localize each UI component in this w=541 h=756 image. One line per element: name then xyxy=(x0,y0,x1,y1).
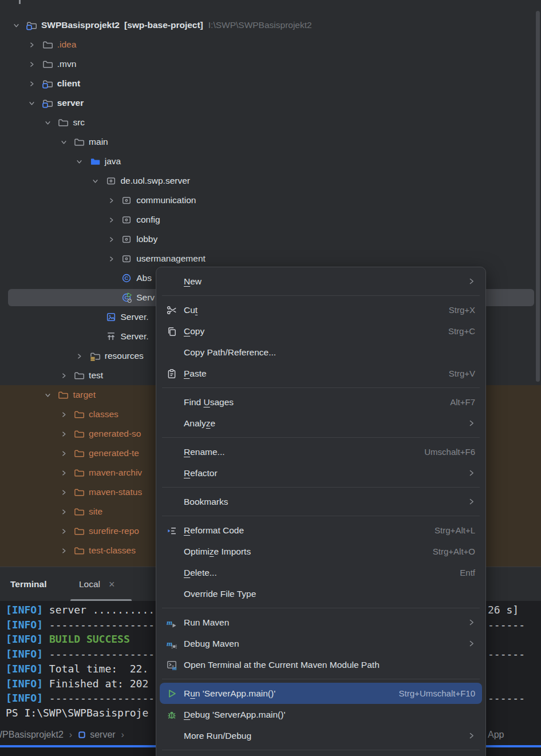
chevron-down-icon[interactable] xyxy=(11,22,21,29)
chevron-right-icon[interactable] xyxy=(106,197,116,204)
chevron-right-icon[interactable] xyxy=(106,256,116,262)
menu-item-label: Find Usages xyxy=(184,397,234,407)
svg-text:m: m xyxy=(172,664,176,670)
folder-excluded-icon xyxy=(74,409,84,419)
chevron-right-icon[interactable] xyxy=(59,450,68,457)
tree-item-label: java xyxy=(105,156,121,167)
terminal-text-segment: [INFO] xyxy=(6,692,43,704)
menu-item-optimize-imports[interactable]: Optimize ImportsStrg+Alt+O xyxy=(160,541,482,562)
tree-row-swpbasisprojekt2[interactable]: SWPBasisprojekt2[swp-base-project]I:\SWP… xyxy=(0,15,541,35)
submenu-chevron-icon xyxy=(468,619,475,626)
folder-icon xyxy=(74,370,84,381)
menu-item-copy[interactable]: CopyStrg+C xyxy=(160,320,482,342)
chevron-down-icon[interactable] xyxy=(43,120,52,126)
chevron-right-icon[interactable] xyxy=(106,217,116,223)
tree-item-label: generated-so xyxy=(89,429,141,439)
maven-terminal-icon: m xyxy=(167,660,178,670)
tree-item-label: de.uol.swp.server xyxy=(121,176,190,186)
menu-item-reformat-code[interactable]: Reformat CodeStrg+Alt+L xyxy=(160,520,482,541)
folder-excluded-icon xyxy=(74,545,84,556)
chevron-right-icon[interactable] xyxy=(59,509,68,515)
menu-item-new[interactable]: New xyxy=(160,271,482,292)
tree-item-label: communication xyxy=(136,195,196,205)
tree-item-path: I:\SWP\SWPBasisprojekt2 xyxy=(208,20,312,30)
chevron-down-icon[interactable] xyxy=(75,159,84,165)
menu-item-label: Bookmarks xyxy=(184,497,228,507)
class-run-icon: C xyxy=(121,292,132,303)
chevron-right-icon[interactable] xyxy=(59,528,68,535)
menu-item-run-maven[interactable]: mRun Maven xyxy=(160,612,482,633)
chevron-right-icon[interactable] xyxy=(59,548,68,554)
menu-item-refactor[interactable]: Refactor xyxy=(160,462,482,484)
terminal-text-segment: [INFO] xyxy=(6,633,43,645)
menu-item-copy-path-reference[interactable]: Copy Path/Reference... xyxy=(160,342,482,363)
package-icon xyxy=(121,195,132,205)
menu-item-override-file-type[interactable]: Override File Type xyxy=(160,583,482,604)
chevron-right-icon[interactable] xyxy=(106,236,116,243)
menu-item-label: Override File Type xyxy=(184,589,256,599)
chevron-right-icon[interactable] xyxy=(59,373,68,379)
tree-item-label: test xyxy=(89,370,103,381)
menu-item-label: Analyze xyxy=(184,418,215,429)
menu-item-analyze[interactable]: Analyze xyxy=(160,413,482,434)
chevron-right-icon[interactable] xyxy=(75,353,84,359)
menu-item-delete[interactable]: Delete...Entf xyxy=(160,562,482,583)
breadcrumb-tail[interactable]: App xyxy=(488,730,504,740)
terminal-tab-local[interactable]: Local × xyxy=(79,567,115,601)
chevron-down-icon[interactable] xyxy=(91,178,100,184)
breadcrumb-module[interactable]: server xyxy=(90,730,115,740)
menu-item-cut[interactable]: CutStrg+X xyxy=(160,299,482,320)
chevron-right-icon[interactable] xyxy=(27,61,37,68)
breadcrumb-project[interactable]: WPBasisprojekt2 xyxy=(0,730,64,740)
tree-scrollbar[interactable] xyxy=(536,11,540,382)
tree-item-label: maven-archiv xyxy=(89,468,142,478)
tree-row-server[interactable]: server xyxy=(0,93,541,113)
tree-item-label: client xyxy=(57,78,80,89)
tree-row-communication[interactable]: communication xyxy=(0,191,541,210)
menu-item-more-run-debug[interactable]: More Run/Debug xyxy=(160,725,482,746)
menu-item-debug-serverapp-main[interactable]: Debug 'ServerApp.main()' xyxy=(160,704,482,725)
close-tab-icon[interactable]: × xyxy=(109,579,115,589)
tree-row-de-uol-swp-server[interactable]: de.uol.swp.server xyxy=(0,171,541,191)
menu-item-label: Rename... xyxy=(184,447,225,457)
chevron-right-icon[interactable] xyxy=(59,470,68,476)
tree-row-main[interactable]: main xyxy=(0,132,541,152)
tree-row-lobby[interactable]: lobby xyxy=(0,229,541,249)
tree-row-mvn[interactable]: .mvn xyxy=(0,54,541,74)
menu-item-paste[interactable]: PasteStrg+V xyxy=(160,363,482,384)
chevron-down-icon[interactable] xyxy=(27,100,37,106)
menu-separator xyxy=(162,295,480,296)
tree-row-config[interactable]: config xyxy=(0,210,541,229)
menu-item-label: Run Maven xyxy=(184,618,229,628)
tree-item-label: Server. xyxy=(121,312,149,322)
menu-item-find-usages[interactable]: Find UsagesAlt+F7 xyxy=(160,391,482,413)
chevron-right-icon[interactable] xyxy=(27,42,37,48)
tree-item-label: .mvn xyxy=(57,59,77,69)
menu-separator xyxy=(162,487,480,488)
package-icon xyxy=(121,254,132,264)
tree-item-label: SWPBasisprojekt2 xyxy=(41,20,120,30)
menu-item-bookmarks[interactable]: Bookmarks xyxy=(160,491,482,512)
tree-item-label: surefire-repo xyxy=(89,526,139,536)
chevron-right-icon[interactable] xyxy=(59,489,68,496)
menu-icon-spacer xyxy=(167,547,178,557)
tree-row-src[interactable]: src xyxy=(0,113,541,132)
menu-item-label: Run 'ServerApp.main()' xyxy=(184,688,275,699)
menu-item-open-terminal-at-the-current-maven-module-path[interactable]: mOpen Terminal at the Current Maven Modu… xyxy=(160,654,482,675)
chevron-down-icon[interactable] xyxy=(43,392,52,398)
tree-item-label: generated-te xyxy=(89,448,139,458)
menu-item-rename[interactable]: Rename...Umschalt+F6 xyxy=(160,441,482,462)
tree-row-java[interactable]: java xyxy=(0,152,541,171)
menu-item-debug-maven[interactable]: mDebug Maven xyxy=(160,633,482,654)
chevron-right-icon[interactable] xyxy=(59,411,68,418)
terminal-text-segment: [INFO] xyxy=(6,619,43,631)
menu-separator xyxy=(162,608,480,608)
menu-item-run-serverapp-main[interactable]: Run 'ServerApp.main()'Strg+Umschalt+F10 xyxy=(160,683,482,704)
chevron-right-icon[interactable] xyxy=(27,81,37,87)
tree-row-client[interactable]: client xyxy=(0,74,541,93)
chevron-right-icon[interactable] xyxy=(59,431,68,437)
chevron-down-icon[interactable] xyxy=(59,139,68,145)
tree-row-usermanagement[interactable]: usermanagement xyxy=(0,249,541,268)
svg-text:m: m xyxy=(167,618,172,626)
tree-row-idea[interactable]: .idea xyxy=(0,35,541,54)
